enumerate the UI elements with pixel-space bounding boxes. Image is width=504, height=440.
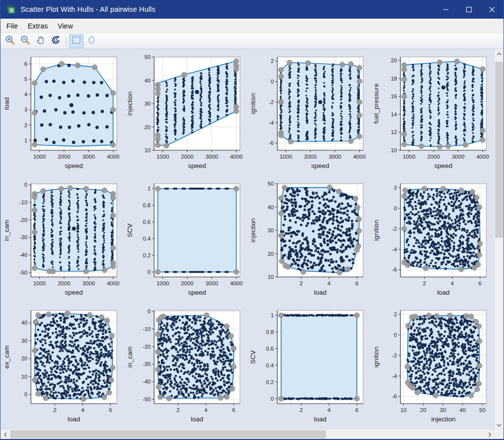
svg-text:2000: 2000 xyxy=(304,154,317,160)
svg-text:10: 10 xyxy=(400,407,407,413)
svg-text:-50: -50 xyxy=(19,270,27,275)
subplot-in_cam-vs-speed[interactable]: 10002000300040000-10-20-30-40-50speedin_… xyxy=(1,176,125,302)
zoom-out-icon xyxy=(20,35,30,47)
scatter-axes: 10002000300040000-10-20-30-40-50speedin_… xyxy=(1,176,125,302)
svg-text:0: 0 xyxy=(271,79,274,84)
pan-button[interactable] xyxy=(33,34,48,48)
x-axis-label: speed xyxy=(311,162,329,169)
minimize-button[interactable] xyxy=(434,0,457,19)
vertical-scrollbar[interactable] xyxy=(495,49,504,430)
subplot-injection-vs-load[interactable]: 2461020304050loadinjection xyxy=(248,176,371,302)
svg-text:2: 2 xyxy=(394,185,397,191)
figure-area: 1000200030004000123456speedload100020003… xyxy=(0,49,504,439)
zoom-out-button[interactable] xyxy=(18,34,32,48)
svg-text:0: 0 xyxy=(271,396,274,402)
svg-text:4: 4 xyxy=(327,280,331,286)
svg-text:-30: -30 xyxy=(142,361,151,367)
menu-view[interactable]: View xyxy=(53,20,78,32)
scatter-axes: 10002000300040001020304050speedinjection xyxy=(125,49,248,176)
subplot-ignition-vs-load[interactable]: 246-6-4-202loadignition xyxy=(371,176,494,302)
subplot-ignition-vs-injection[interactable]: 1020304050-6-4-202injectionignition xyxy=(371,302,494,429)
subplot-fuel_pressure-vs-speed[interactable]: 1000200030004000101214161820speedfuel_pr… xyxy=(371,49,494,176)
scroll-left-arrow[interactable] xyxy=(0,430,10,439)
svg-text:1000: 1000 xyxy=(33,154,46,160)
svg-text:2: 2 xyxy=(25,122,27,128)
close-button[interactable] xyxy=(480,0,504,19)
convex-hull xyxy=(281,315,357,399)
convex-hull xyxy=(35,64,113,146)
svg-text:4: 4 xyxy=(204,407,208,413)
svg-text:-30: -30 xyxy=(19,234,27,240)
ellipse-select-button[interactable] xyxy=(84,34,99,48)
maximize-button[interactable] xyxy=(457,0,480,19)
subplot-ignition-vs-speed[interactable]: 1000200030004000-6-4-202speedignition xyxy=(248,49,371,176)
svg-text:-2: -2 xyxy=(269,99,274,105)
pan-hand-icon xyxy=(35,35,46,47)
svg-text:2: 2 xyxy=(271,58,274,64)
zoom-in-button[interactable] xyxy=(3,34,17,48)
reset-view-button[interactable] xyxy=(49,34,63,48)
svg-text:20: 20 xyxy=(144,124,151,130)
svg-text:-10: -10 xyxy=(19,199,27,205)
svg-text:20: 20 xyxy=(420,407,426,413)
svg-text:6: 6 xyxy=(109,407,112,413)
scatter-axes: 2461020304050loadinjection xyxy=(248,176,371,302)
scatter-axes: 24600.20.40.60.81loadSCV xyxy=(248,302,371,429)
svg-text:50: 50 xyxy=(479,407,486,413)
svg-text:2000: 2000 xyxy=(58,280,71,286)
scatter-axes: 100020003000400000.20.40.60.81speedSCV xyxy=(125,176,248,302)
svg-text:0.2: 0.2 xyxy=(143,252,151,258)
scroll-right-arrow[interactable] xyxy=(485,430,495,439)
y-axis-label: ex_cam xyxy=(3,345,10,368)
horizontal-scrollbar[interactable] xyxy=(0,430,495,439)
svg-text:4000: 4000 xyxy=(107,280,120,286)
svg-text:-6: -6 xyxy=(392,267,397,273)
subplot-in_cam-vs-load[interactable]: 2460-10-20-30-40-50loadin_cam xyxy=(125,302,248,429)
svg-text:10: 10 xyxy=(391,147,397,153)
svg-text:-10: -10 xyxy=(142,326,151,332)
svg-text:12: 12 xyxy=(391,129,397,135)
svg-text:4: 4 xyxy=(25,91,28,97)
svg-text:1: 1 xyxy=(25,138,27,143)
svg-text:0: 0 xyxy=(25,391,27,397)
scroll-down-arrow[interactable] xyxy=(495,420,504,430)
subplot-load-vs-speed[interactable]: 1000200030004000123456speedload xyxy=(1,49,125,176)
svg-text:50: 50 xyxy=(267,181,274,187)
scrollbar-corner xyxy=(495,430,504,439)
horizontal-scroll-thumb[interactable] xyxy=(10,430,326,439)
subplot-injection-vs-speed[interactable]: 10002000300040001020304050speedinjection xyxy=(125,49,248,176)
toolbar xyxy=(0,33,504,49)
svg-text:0: 0 xyxy=(148,269,151,275)
svg-text:2000: 2000 xyxy=(427,154,440,160)
ellipse-select-icon xyxy=(86,35,97,47)
svg-text:4000: 4000 xyxy=(477,154,489,160)
y-axis-label: injection xyxy=(249,218,257,243)
svg-text:14: 14 xyxy=(391,111,397,117)
scroll-up-arrow[interactable] xyxy=(495,49,504,58)
menu-bar: File Extras View xyxy=(0,19,504,33)
svg-text:-40: -40 xyxy=(142,379,151,385)
scatter-axes: 1000200030004000123456speedload xyxy=(1,49,125,176)
subplot-SCV-vs-speed[interactable]: 100020003000400000.20.40.60.81speedSCV xyxy=(125,176,248,302)
menu-file[interactable]: File xyxy=(1,20,23,32)
y-axis-label: SCV xyxy=(249,350,257,364)
subplot-ex_cam-vs-load[interactable]: 246010203040loadex_cam xyxy=(1,302,125,429)
svg-text:2000: 2000 xyxy=(58,154,71,160)
svg-text:-6: -6 xyxy=(269,140,274,146)
y-axis-label: SCV xyxy=(126,223,133,237)
scatter-axes: 2460-10-20-30-40-50loadin_cam xyxy=(125,302,248,429)
svg-text:0: 0 xyxy=(25,182,27,188)
svg-text:1000: 1000 xyxy=(403,154,416,160)
y-axis-label: in_cam xyxy=(3,220,10,241)
vertical-scroll-thumb[interactable] xyxy=(495,62,503,238)
svg-text:1000: 1000 xyxy=(157,280,169,286)
svg-text:3000: 3000 xyxy=(329,154,342,160)
scatter-axes: 1000200030004000101214161820speedfuel_pr… xyxy=(371,49,494,176)
svg-text:2: 2 xyxy=(177,407,180,413)
rectangle-select-button[interactable] xyxy=(69,34,83,48)
subplot-SCV-vs-load[interactable]: 24600.20.40.60.81loadSCV xyxy=(248,302,371,429)
menu-extras[interactable]: Extras xyxy=(23,20,53,32)
toolbar-separator xyxy=(66,36,66,47)
svg-text:40: 40 xyxy=(459,407,466,413)
svg-text:10: 10 xyxy=(267,274,274,280)
